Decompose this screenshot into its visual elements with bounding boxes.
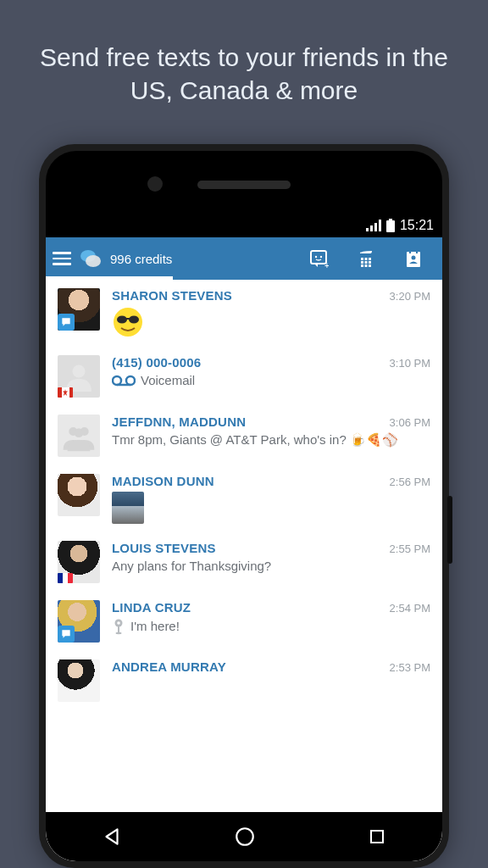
svg-point-1 [86,255,101,267]
conversation-row[interactable]: (415) 000-0006 3:10 PM Voicemail [46,347,442,406]
preview-text: Tmr 8pm, Giants @ AT&T Park, who's in? 🍺… [112,432,398,447]
svg-rect-12 [361,264,363,267]
credits-label[interactable]: 996 credits [110,252,172,266]
svg-point-3 [315,256,317,258]
avatar[interactable] [58,541,100,583]
svg-point-4 [320,256,322,258]
active-tab-indicator [46,276,173,280]
status-time: 15:21 [400,218,434,233]
svg-rect-17 [416,249,418,253]
voicemail-icon [112,374,136,387]
conversation-row[interactable]: LINDA CRUZ 2:54 PM I'm here! [46,592,442,651]
message-preview: Tmr 8pm, Giants @ AT&T Park, who's in? 🍺… [112,432,430,448]
message-time: 2:53 PM [390,661,430,674]
conversation-row[interactable]: JEFFDNN, MADDUNN 3:06 PM Tmr 8pm, Giants… [46,406,442,465]
message-time: 3:06 PM [390,416,430,429]
chat-badge-icon [58,314,75,331]
avatar[interactable] [58,415,100,457]
svg-rect-32 [118,626,119,632]
conversation-row[interactable]: ANDREA MURRAY 2:53 PM [46,651,442,710]
dialer-button[interactable] [346,248,386,269]
avatar[interactable] [58,355,100,398]
contact-name: SHARON STEVENS [112,288,232,303]
preview-text: I'm here! [130,619,180,635]
avatar[interactable] [58,659,100,702]
power-button [447,496,452,564]
svg-rect-16 [409,249,411,253]
svg-rect-6 [361,258,363,260]
compose-button[interactable]: + [298,248,339,269]
svg-rect-35 [371,831,383,843]
svg-point-18 [412,256,416,260]
message-time: 3:20 PM [390,290,430,303]
svg-point-33 [116,632,122,634]
flag-icon [58,387,73,398]
message-preview [112,306,430,338]
svg-rect-8 [369,258,371,260]
contact-name: JEFFDNN, MADDUNN [112,415,246,429]
svg-point-25 [126,376,135,385]
promo-headline: Send free texts to your friends in the U… [0,0,488,131]
preview-text: Voicemail [141,373,195,389]
battery-icon [386,219,395,232]
avatar[interactable] [58,474,100,516]
svg-rect-9 [361,261,363,264]
home-button[interactable] [234,826,256,848]
flag-icon [58,573,73,583]
conversation-list[interactable]: SHARON STEVENS 3:20 PM (415) 000-0006 3:… [46,280,442,861]
recents-button[interactable] [367,826,387,847]
phone-camera [147,176,163,192]
chat-badge-icon [58,626,75,643]
conversation-row[interactable]: MADISON DUNN 2:56 PM [46,465,442,532]
svg-rect-10 [365,261,368,264]
svg-point-19 [114,308,142,337]
svg-rect-11 [369,261,371,264]
phone-speaker [197,181,291,189]
svg-text:+: + [324,261,329,269]
app-logo-icon[interactable] [80,248,102,270]
back-button[interactable] [101,826,123,848]
contact-name: (415) 000-0006 [112,355,201,370]
message-preview: Any plans for Thanksgiving? [112,559,430,575]
conversation-row[interactable]: LOUIS STEVENS 2:55 PM Any plans for Than… [46,532,442,592]
message-time: 2:54 PM [390,602,430,615]
location-pin-icon [112,618,125,635]
svg-rect-22 [125,318,130,320]
svg-rect-7 [365,258,368,260]
message-preview: Voicemail [112,373,430,389]
status-bar: 15:21 [46,214,442,237]
signal-icon [366,220,381,231]
avatar[interactable] [58,288,100,331]
message-time: 2:55 PM [390,542,430,555]
menu-button[interactable] [51,252,73,265]
app-screen: 15:21 996 credits + [46,214,442,861]
svg-rect-13 [365,264,368,267]
avatar[interactable] [58,600,100,643]
emoji-sunglasses-icon [112,306,144,338]
contact-name: LOUIS STEVENS [112,541,216,555]
message-time: 2:56 PM [390,476,430,488]
android-nav-bar [46,812,442,861]
contacts-button[interactable] [393,248,434,269]
svg-point-24 [113,376,121,385]
message-preview [112,492,430,524]
message-preview: I'm here! [112,618,430,635]
svg-point-29 [75,428,84,437]
app-header: 996 credits + [46,237,442,280]
image-thumbnail [112,492,144,524]
svg-point-31 [117,621,120,625]
contact-name: LINDA CRUZ [112,600,191,615]
svg-rect-14 [369,264,371,267]
message-time: 3:10 PM [390,357,430,370]
phone-frame: 15:21 996 credits + [39,144,449,868]
contact-name: MADISON DUNN [112,474,214,488]
conversation-row[interactable]: SHARON STEVENS 3:20 PM [46,280,442,347]
contact-name: ANDREA MURRAY [112,659,226,674]
preview-text: Any plans for Thanksgiving? [112,559,271,575]
svg-point-23 [73,365,86,378]
svg-point-34 [236,828,253,845]
